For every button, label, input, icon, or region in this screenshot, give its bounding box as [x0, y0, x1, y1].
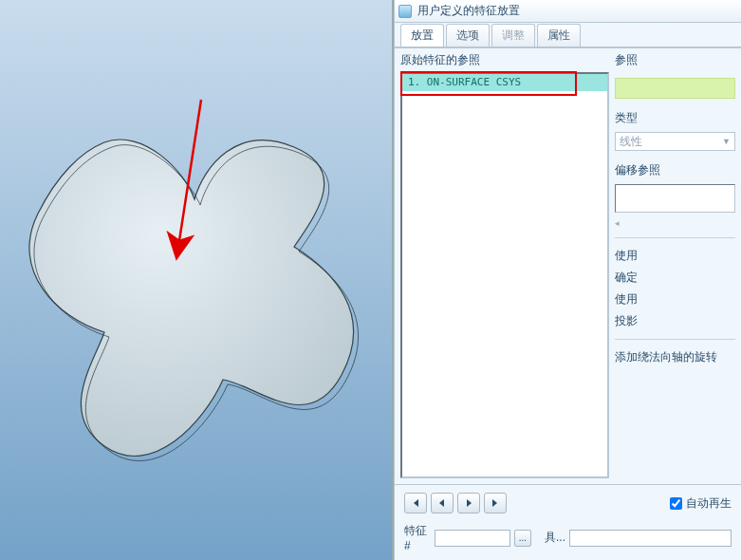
- label-type: 类型: [615, 104, 735, 126]
- label-add-rotation: 添加绕法向轴的旋转: [615, 349, 735, 365]
- panel-titlebar[interactable]: 用户定义的特征放置: [395, 0, 741, 23]
- tab-strip: 放置 选项 调整 属性: [395, 23, 741, 47]
- tab-options[interactable]: 选项: [446, 24, 490, 47]
- nav-prev-button[interactable]: [431, 493, 454, 513]
- panel-bottom: 自动再生 特征 # ... 具...: [395, 484, 741, 560]
- detail-label: 具...: [545, 530, 565, 546]
- label-use1: 使用: [615, 248, 735, 264]
- chevron-down-icon: ▼: [722, 137, 731, 146]
- window-icon: [398, 5, 412, 18]
- divider: [615, 237, 735, 238]
- last-icon: [491, 498, 500, 508]
- feature-picker-button[interactable]: ...: [514, 530, 531, 547]
- auto-regen-checkbox[interactable]: [670, 497, 682, 510]
- auto-regen-row[interactable]: 自动再生: [670, 495, 732, 512]
- divider: [615, 339, 735, 340]
- nav-next-button[interactable]: [457, 493, 480, 513]
- feature-placement-panel: 用户定义的特征放置 放置 选项 调整 属性 原始特征的参照 1. ON-SURF…: [394, 0, 741, 560]
- list-item[interactable]: 1. ON-SURFACE CSYS: [402, 74, 607, 91]
- scroll-left-icon: ◂: [615, 218, 735, 228]
- type-dropdown[interactable]: 线性 ▼: [615, 132, 735, 151]
- label-projection: 投影: [615, 313, 735, 329]
- detail-input[interactable]: [569, 530, 732, 547]
- label-refs: 参照: [615, 52, 735, 68]
- next-icon: [464, 498, 473, 508]
- tab-adjust: 调整: [491, 24, 535, 47]
- label-use2: 使用: [615, 291, 735, 308]
- label-confirm: 确定: [615, 270, 735, 286]
- tab-attributes[interactable]: 属性: [537, 24, 581, 47]
- prev-icon: [437, 498, 447, 508]
- first-icon: [411, 498, 420, 508]
- feature-number-label: 特征 #: [404, 523, 431, 552]
- offset-refs-area[interactable]: [615, 184, 735, 213]
- reference-collector[interactable]: [615, 78, 735, 99]
- feature-nav: [404, 493, 507, 513]
- nav-last-button[interactable]: [484, 493, 507, 513]
- panel-body: 原始特征的参照 1. ON-SURFACE CSYS 参照 类型 线性 ▼ 偏移…: [395, 47, 741, 484]
- label-original-refs: 原始特征的参照: [400, 52, 609, 68]
- tab-placement[interactable]: 放置: [400, 24, 444, 47]
- type-value: 线性: [620, 134, 642, 150]
- original-refs-list[interactable]: 1. ON-SURFACE CSYS: [400, 72, 609, 478]
- model-viewport[interactable]: [0, 0, 394, 560]
- label-offset-refs: 偏移参照: [615, 157, 735, 178]
- feature-number-input[interactable]: [435, 530, 510, 547]
- model-shape: [0, 0, 394, 560]
- auto-regen-label: 自动再生: [686, 495, 732, 512]
- nav-first-button[interactable]: [404, 493, 427, 513]
- panel-title: 用户定义的特征放置: [417, 3, 520, 19]
